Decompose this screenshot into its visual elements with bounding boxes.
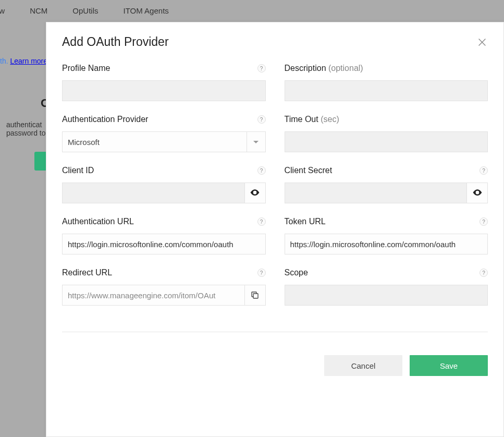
help-icon[interactable]: ?	[480, 217, 488, 226]
scope-group: Scope ?	[285, 268, 488, 306]
nav-item-ncm[interactable]: NCM	[30, 6, 47, 15]
help-icon[interactable]: ?	[480, 269, 488, 277]
auth-url-group: Authentication URL ?	[62, 217, 266, 254]
token-url-input[interactable]	[285, 234, 488, 254]
modal-body: Profile Name ? Description (optional)	[46, 58, 503, 376]
bg-green-button[interactable]	[34, 152, 47, 171]
learn-more-link[interactable]: Learn more	[10, 57, 47, 65]
token-url-group: Token URL ?	[285, 217, 488, 254]
help-icon[interactable]: ?	[257, 166, 266, 175]
redirect-url-label: Redirect URL	[62, 268, 112, 277]
redirect-url-input[interactable]	[63, 285, 244, 305]
auth-provider-label: Authentication Provider	[62, 115, 148, 124]
svg-point-2	[254, 191, 256, 193]
auth-url-input[interactable]	[63, 234, 265, 254]
scope-input[interactable]	[285, 285, 488, 305]
profile-name-group: Profile Name ?	[62, 64, 266, 101]
client-id-input[interactable]	[63, 183, 244, 203]
auth-provider-select[interactable]: Microsoft	[62, 131, 266, 152]
timeout-input[interactable]	[285, 132, 488, 152]
add-oauth-provider-modal: Add OAuth Provider Profile Name ?	[46, 22, 504, 437]
help-icon[interactable]: ?	[257, 269, 266, 277]
modal-footer: Cancel Save	[62, 332, 488, 376]
client-secret-label: Client Secret	[285, 166, 333, 175]
client-secret-input[interactable]	[285, 183, 467, 203]
form-grid: Profile Name ? Description (optional)	[62, 64, 488, 306]
profile-name-input[interactable]	[63, 81, 265, 101]
help-icon[interactable]: ?	[257, 217, 266, 226]
scope-label: Scope	[285, 268, 308, 277]
save-button[interactable]: Save	[410, 355, 488, 376]
modal-header: Add OAuth Provider	[46, 22, 503, 58]
modal-title: Add OAuth Provider	[62, 35, 169, 49]
cancel-button[interactable]: Cancel	[324, 355, 402, 376]
auth-provider-value: Microsoft	[63, 138, 247, 147]
description-group: Description (optional)	[285, 64, 488, 101]
profile-name-label: Profile Name	[62, 64, 110, 73]
nav-item-ow[interactable]: ow	[0, 6, 5, 15]
redirect-url-group: Redirect URL ?	[62, 268, 266, 306]
token-url-label: Token URL	[285, 217, 326, 226]
svg-rect-4	[253, 294, 258, 298]
auth-url-label: Authentication URL	[62, 217, 134, 226]
chevron-down-icon	[247, 132, 265, 152]
background-nav: ow NCM OpUtils ITOM Agents	[0, 0, 504, 21]
timeout-group: Time Out (sec)	[285, 115, 488, 152]
auth-provider-group: Authentication Provider ? Microsoft	[62, 115, 266, 152]
timeout-label: Time Out (sec)	[285, 115, 339, 124]
help-icon[interactable]: ?	[480, 166, 488, 175]
description-input[interactable]	[285, 81, 488, 101]
help-icon[interactable]: ?	[257, 64, 266, 72]
copy-icon[interactable]	[244, 285, 265, 305]
eye-icon[interactable]	[466, 183, 487, 203]
client-id-group: Client ID ?	[62, 166, 266, 203]
nav-item-oputils[interactable]: OpUtils	[72, 6, 98, 15]
help-icon[interactable]: ?	[257, 115, 266, 124]
nav-item-itom-agents[interactable]: ITOM Agents	[124, 6, 169, 15]
close-icon[interactable]	[476, 37, 488, 48]
client-id-label: Client ID	[62, 166, 94, 175]
client-secret-group: Client Secret ?	[285, 166, 488, 203]
description-label: Description (optional)	[285, 64, 363, 73]
eye-icon[interactable]	[244, 183, 265, 203]
svg-point-3	[476, 191, 478, 193]
